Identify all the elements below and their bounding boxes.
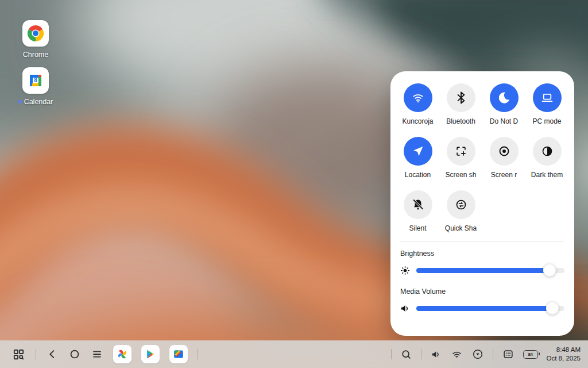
brightness-row — [390, 258, 574, 278]
tile-label: Location — [405, 171, 431, 179]
taskbar-divider — [198, 349, 198, 359]
tile-do-not-disturb[interactable]: Do Not D — [482, 83, 525, 125]
chrome-icon — [22, 20, 49, 47]
tile-location[interactable]: Location — [396, 137, 439, 179]
taskbar-right: 84 8:48 AM Oct 8, 2025 — [391, 346, 588, 363]
brightness-thumb[interactable] — [543, 264, 556, 277]
brightness-fill — [416, 268, 550, 273]
screen-record-icon — [490, 137, 519, 166]
location-arrow-icon — [404, 137, 432, 166]
taskbar-left — [0, 345, 198, 363]
tile-bluetooth[interactable]: Bluetooth — [439, 83, 482, 125]
tile-pc-mode[interactable]: PC mode — [525, 83, 568, 125]
panel-divider — [400, 241, 564, 242]
search-icon[interactable] — [400, 348, 412, 361]
tile-label: Kuncoroja — [402, 117, 433, 125]
tile-label: Quick Sha — [445, 224, 477, 232]
quick-settings-panel: Kuncoroja Bluetooth Do Not D — [390, 71, 574, 336]
tile-screenshot[interactable]: Screen sh — [439, 137, 482, 179]
media-volume-row — [390, 296, 574, 316]
screenshot-icon — [447, 137, 475, 166]
wifi-status-icon[interactable] — [451, 348, 463, 361]
home-icon[interactable] — [68, 348, 81, 361]
bluetooth-icon — [447, 83, 475, 112]
volume-status-icon[interactable] — [430, 348, 442, 361]
desktop-icon-chrome[interactable]: Chrome — [18, 20, 53, 59]
notification-dot — [18, 100, 22, 103]
speaker-icon — [398, 302, 412, 315]
tile-quick-share[interactable]: Quick Sha — [439, 190, 482, 232]
tile-label: Bluetooth — [446, 117, 475, 125]
clock[interactable]: 8:48 AM Oct 8, 2025 — [547, 346, 581, 363]
tile-screen-record[interactable]: Screen r — [482, 137, 525, 179]
taskbar-divider — [421, 349, 421, 359]
brightness-slider[interactable] — [416, 268, 564, 273]
brightness-sun-icon — [398, 264, 412, 277]
battery-level: 84 — [528, 352, 532, 357]
tile-label: Do Not D — [490, 117, 518, 125]
google-play-icon[interactable] — [141, 345, 160, 363]
brightness-label: Brightness — [400, 250, 564, 258]
bell-muted-icon — [404, 190, 432, 219]
quick-share-icon — [447, 190, 475, 219]
moon-icon — [490, 83, 519, 112]
media-volume-fill — [416, 306, 552, 311]
screen: Chrome 8 Calendar — [0, 0, 588, 368]
media-volume-slider[interactable] — [416, 306, 564, 311]
tile-silent[interactable]: Silent — [396, 190, 439, 232]
media-volume-thumb[interactable] — [546, 302, 559, 315]
tile-label: PC mode — [532, 117, 561, 125]
laptop-icon — [533, 83, 562, 112]
tile-dark-theme[interactable]: Dark them — [525, 137, 568, 179]
desktop-shortcuts: Chrome 8 Calendar — [18, 20, 53, 106]
recents-icon[interactable] — [91, 348, 103, 361]
tile-label: Dark them — [531, 171, 563, 179]
taskbar-divider — [391, 349, 392, 359]
app-drawer-icon[interactable] — [11, 347, 26, 362]
desktop-icon-calendar[interactable]: 8 Calendar — [18, 67, 53, 106]
google-calendar-icon: 8 — [22, 67, 49, 94]
expand-arrow-icon[interactable] — [471, 348, 484, 361]
tile-label: Screen r — [491, 171, 517, 179]
google-photos-icon[interactable] — [113, 345, 131, 363]
tile-label: Screen sh — [445, 171, 476, 179]
wifi-icon — [404, 83, 432, 112]
desktop-icon-label: Calendar — [18, 98, 53, 106]
notifications-icon[interactable] — [502, 348, 514, 361]
files-app-icon[interactable] — [169, 345, 188, 363]
media-volume-label: Media Volume — [400, 288, 564, 296]
battery-icon[interactable]: 84 — [523, 350, 538, 359]
quick-tiles-grid: Kuncoroja Bluetooth Do Not D — [390, 71, 574, 232]
taskbar-divider — [493, 349, 493, 359]
tile-wifi[interactable]: Kuncoroja — [396, 83, 439, 125]
back-icon[interactable] — [46, 348, 59, 361]
clock-time: 8:48 AM — [556, 346, 581, 354]
clock-date: Oct 8, 2025 — [547, 354, 581, 363]
dark-theme-icon — [533, 137, 562, 166]
svg-text:8: 8 — [34, 77, 37, 83]
desktop-icon-label: Chrome — [23, 51, 48, 59]
taskbar: 84 8:48 AM Oct 8, 2025 — [0, 340, 588, 368]
tile-label: Silent — [409, 224, 426, 232]
taskbar-divider — [36, 349, 36, 359]
